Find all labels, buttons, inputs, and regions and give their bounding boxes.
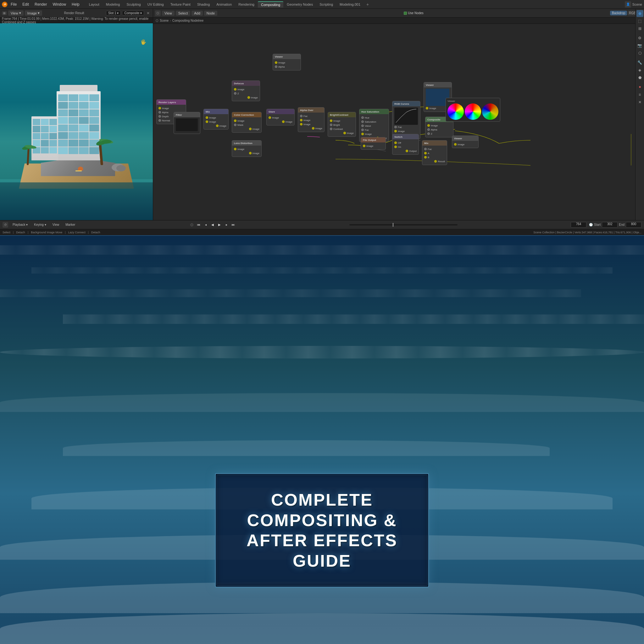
sidebar-tool-9[interactable]: ⬟ bbox=[636, 74, 643, 81]
render-view-toggle[interactable]: ⊞ bbox=[3, 12, 6, 15]
node-node-btn[interactable]: Node bbox=[204, 11, 217, 16]
menu-file[interactable]: File bbox=[8, 2, 19, 7]
viewer-node-top[interactable]: Viewer Image Alpha bbox=[273, 54, 301, 70]
file-output-node[interactable]: File Output Image bbox=[361, 137, 386, 150]
ws-animation[interactable]: Animation bbox=[213, 2, 235, 7]
node-select-btn[interactable]: Select bbox=[176, 11, 191, 16]
alpha-over-node-1[interactable]: Alpha Over Fac Image Image Image bbox=[298, 107, 325, 132]
sidebar-tool-6[interactable]: ⬡ bbox=[636, 50, 643, 57]
ws-compositing[interactable]: Compositing bbox=[258, 1, 283, 8]
sidebar-tool-3[interactable]: ⊞ bbox=[636, 25, 643, 32]
composite-select[interactable]: Composite ▾ bbox=[122, 11, 144, 15]
render-viewport: 🖐 bbox=[0, 23, 153, 220]
ws-rendering[interactable]: Rendering bbox=[235, 2, 258, 7]
timeline-scrubber[interactable] bbox=[349, 224, 458, 225]
playback-btn[interactable]: Playback ▾ bbox=[11, 222, 30, 227]
lens-distortion-node[interactable]: Lens Distortion Image Image bbox=[232, 140, 262, 157]
sidebar-tool-10[interactable]: ✦ bbox=[636, 84, 643, 91]
backdrop-btn[interactable]: Backdrop bbox=[610, 11, 627, 15]
scene-label: Scene bbox=[632, 3, 642, 6]
marker-btn[interactable]: Marker bbox=[64, 222, 77, 227]
current-frame-input[interactable]: 764 bbox=[571, 222, 586, 228]
ws-scripting[interactable]: Scripting bbox=[316, 2, 336, 7]
next-frame-btn[interactable]: ▸ bbox=[224, 222, 229, 228]
sidebar-tool-7[interactable]: 🔧 bbox=[636, 59, 643, 66]
ws-shading[interactable]: Shading bbox=[194, 2, 213, 7]
ws-layout[interactable]: Layout bbox=[86, 2, 103, 7]
sidebar-tool-4[interactable]: ⚙ bbox=[636, 35, 643, 42]
ws-modeling[interactable]: Modeling bbox=[103, 2, 123, 7]
menu-window[interactable]: Window bbox=[50, 2, 69, 7]
menu-render[interactable]: Render bbox=[32, 2, 49, 7]
node-view-btn[interactable]: View bbox=[162, 11, 175, 16]
select-label-status: Select bbox=[3, 231, 10, 234]
title-line-1: COMPLETE COMPOSITING & bbox=[235, 490, 409, 530]
cursor-icon: 🖐 bbox=[140, 39, 147, 45]
prev-frame-btn[interactable]: ◂ bbox=[203, 222, 208, 228]
sidebar-tool-12[interactable]: ✕ bbox=[636, 99, 643, 106]
switch-node[interactable]: Switch Off On Output bbox=[392, 134, 419, 155]
breadcrumb-sep: › bbox=[170, 19, 171, 22]
slot-select[interactable]: Slot 1 ▾ bbox=[106, 11, 121, 15]
bg-image-label: Background Image Move bbox=[31, 231, 62, 234]
breadcrumb-nodetree[interactable]: Compositing Nodetree bbox=[172, 19, 204, 22]
breadcrumb-scene[interactable]: Scene bbox=[160, 19, 169, 22]
right-sidebar: ⊕ ⬚ ⊞ ⚙ 📷 ⬡ 🔧 ◈ ⬟ ✦ ≡ ✕ bbox=[635, 9, 644, 220]
sidebar-tool-11[interactable]: ≡ bbox=[636, 91, 643, 98]
ws-uv-editing[interactable]: UV Editing bbox=[144, 2, 167, 7]
start-frame-input[interactable]: 302 bbox=[602, 222, 618, 228]
status-sep-1: | bbox=[13, 231, 14, 234]
mix-node-1[interactable]: Mix Image Image Image bbox=[203, 109, 229, 130]
bright-contrast-node[interactable]: Bright/Contrast Image Bright Contrast Im… bbox=[328, 112, 356, 137]
render-image-btn[interactable]: Image ▾ bbox=[25, 10, 42, 16]
render-view-btn[interactable]: View ▾ bbox=[8, 10, 24, 16]
glare-node[interactable]: Glare Image Image bbox=[266, 109, 295, 125]
sidebar-tool-2[interactable]: ⬚ bbox=[636, 18, 643, 25]
color-correction-node[interactable]: Color Correction Image Mask Image bbox=[232, 112, 262, 133]
color-node-1[interactable]: Viewer bbox=[446, 98, 500, 122]
skip-end-btn[interactable]: ⏭ bbox=[230, 222, 236, 228]
skip-start-btn[interactable]: ⏮ bbox=[196, 222, 202, 228]
ws-texture-paint[interactable]: Texture Paint bbox=[167, 2, 194, 7]
render-info: Frame:764 | Time:01:01:99 | Mem:1022.43M… bbox=[0, 18, 153, 23]
play-btn[interactable]: ▶ bbox=[217, 222, 222, 228]
anim-icon bbox=[190, 223, 193, 226]
blender-ui: File Edit Render Window Help Layout Mode… bbox=[0, 0, 644, 220]
blur-node-1[interactable]: Filter bbox=[174, 112, 200, 134]
user-icon: 👤 bbox=[625, 1, 631, 8]
render-toolbar: ⊞ View ▾ Image ▾ Render Result Slot 1 ▾ … bbox=[0, 9, 153, 18]
ws-add-tab[interactable]: + bbox=[364, 1, 371, 8]
end-frame-input[interactable]: 800 bbox=[626, 222, 641, 228]
timeline-bar: ⏱ Playback ▾ Keying ▾ View Marker ⏮ ◂ ◀ … bbox=[0, 220, 644, 229]
ws-geometry-nodes[interactable]: Geometry Nodes bbox=[284, 2, 316, 7]
use-nodes-checkbox[interactable]: Use Nodes bbox=[404, 11, 423, 15]
defocus-node[interactable]: Defocus Image Z Image bbox=[232, 81, 260, 101]
scene-info-text: Scene Collection | BezierCircle | Verts:… bbox=[533, 231, 641, 234]
curves-node[interactable]: RGB Curves Fac Image Image bbox=[392, 101, 420, 139]
use-nodes-checkmark bbox=[404, 12, 407, 15]
node-add-btn[interactable]: Add bbox=[192, 11, 203, 16]
node-canvas[interactable]: Render Layers Image Alpha Depth Normal F… bbox=[153, 24, 644, 220]
detach-label-status: Detach bbox=[16, 231, 25, 234]
sidebar-tool-8[interactable]: ◈ bbox=[636, 67, 643, 74]
breadcrumb: ⬡ Scene › Compositing Nodetree ‹ bbox=[153, 18, 644, 24]
keying-btn[interactable]: Keying ▾ bbox=[32, 222, 48, 227]
sidebar-tool-5[interactable]: 📷 bbox=[636, 42, 643, 49]
clock-icon: 🕐 bbox=[589, 223, 593, 226]
status-bar: Select | Detach | Background Image Move … bbox=[0, 229, 644, 235]
menu-edit[interactable]: Edit bbox=[20, 2, 31, 7]
render-close-btn[interactable]: ✕ bbox=[145, 10, 151, 16]
view-btn[interactable]: View bbox=[51, 222, 61, 227]
ws-sculpting[interactable]: Sculpting bbox=[123, 2, 144, 7]
split-view: ⊞ View ▾ Image ▾ Render Result Slot 1 ▾ … bbox=[0, 9, 644, 220]
sidebar-tool-1[interactable]: ⊕ bbox=[636, 10, 643, 17]
end-label: End bbox=[619, 223, 625, 226]
node-panel: ⬡ View Select Add Node Use Nodes Backdro… bbox=[153, 9, 644, 220]
menu-help[interactable]: Help bbox=[69, 2, 82, 7]
lazy-connect-label: Lazy Connect bbox=[68, 231, 86, 234]
viewer-node-right[interactable]: Viewer Image bbox=[452, 136, 479, 148]
start-label: Start bbox=[594, 223, 601, 226]
mix-node-br[interactable]: Mix Fac A B Result bbox=[422, 140, 447, 165]
ws-modeling-001[interactable]: Modeling.001 bbox=[336, 2, 364, 7]
play-rev-btn[interactable]: ◀ bbox=[210, 222, 215, 228]
